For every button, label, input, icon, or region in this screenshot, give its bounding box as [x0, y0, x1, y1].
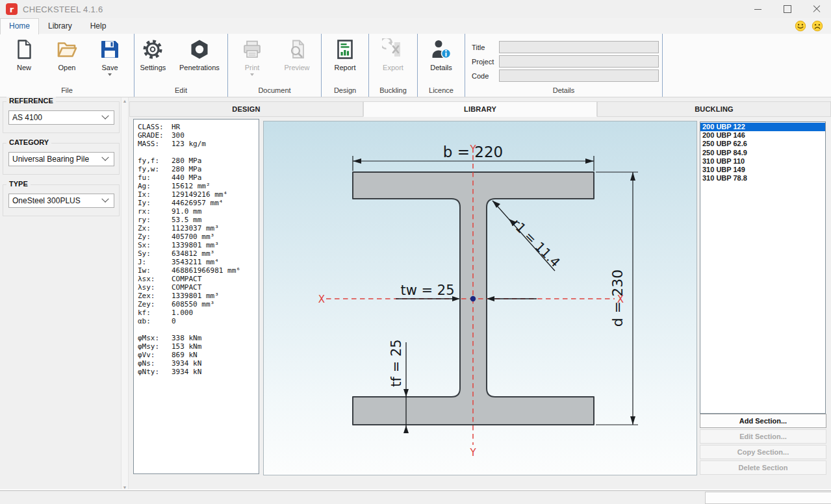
properties-panel: CLASS:HRGRADE:300MASS:123 kg/m fy,f:280 … — [133, 119, 259, 474]
open-button[interactable]: Open — [48, 38, 86, 71]
property-line: fy,w:280 MPa — [138, 165, 259, 173]
tab-design[interactable]: DESIGN — [129, 101, 363, 117]
ribbon-group-label: File — [0, 86, 134, 97]
close-icon — [813, 5, 821, 13]
type-combobox[interactable]: OneSteel 300PLUS — [8, 194, 114, 208]
print-button[interactable]: Print — [231, 38, 273, 76]
project-field[interactable] — [499, 55, 659, 68]
details-button[interactable]: Details — [420, 38, 462, 71]
penetrations-button[interactable]: Penetrations — [172, 38, 227, 71]
property-line: λsy:COMPACT — [138, 283, 259, 292]
property-line: Ag:15612 mm² — [138, 182, 259, 190]
export-excel-icon — [382, 38, 404, 60]
print-preview-icon — [286, 38, 308, 60]
section-list-item[interactable]: 250 UBP 62.6 — [700, 140, 825, 148]
ribbon-group-label: Document — [228, 86, 321, 97]
save-button[interactable]: Save — [91, 38, 129, 76]
project-field-label: Project — [472, 58, 499, 66]
save-dropdown-caret-icon[interactable] — [108, 73, 112, 76]
code-field[interactable] — [499, 69, 659, 82]
reference-groupbox: REFERENCE AS 4100 — [3, 101, 120, 133]
sidebar-scrollbar[interactable]: ▲ ▼ — [121, 97, 129, 491]
settings-gear-icon — [142, 38, 164, 60]
window-title: CHECKSTEEL 4.1.6 — [23, 5, 103, 14]
reference-combobox[interactable]: AS 4100 — [8, 110, 114, 125]
section-list-item[interactable]: 250 UBP 84.9 — [700, 149, 825, 157]
property-line: J:3543211 mm⁴ — [138, 258, 259, 266]
new-button[interactable]: New — [5, 38, 43, 71]
tw-dimension-label: tw = 25 — [400, 283, 454, 298]
app-window: r CHECKSTEEL 4.1.6 Home Library Help — [0, 0, 831, 504]
reference-value: AS 4100 — [9, 113, 103, 122]
section-diagram-panel: b = 220 d = 230 X X Y Y — [263, 121, 697, 475]
tab-library[interactable]: LIBRARY — [363, 101, 597, 117]
section-list-item[interactable]: 200 UBP 146 — [700, 131, 825, 140]
section-diagram: b = 220 d = 230 X X Y Y — [264, 121, 697, 475]
property-line: Zx:1123037 mm³ — [138, 224, 259, 233]
open-folder-icon — [56, 38, 78, 60]
section-list-item[interactable]: 310 UBP 78.8 — [700, 174, 825, 183]
property-line: φNty:3934 kN — [138, 368, 259, 376]
report-chart-icon — [334, 38, 356, 60]
chevron-down-icon — [101, 154, 109, 161]
menu-tab-help[interactable]: Help — [81, 18, 116, 34]
maximize-icon — [784, 5, 791, 13]
menu-bar: Home Library Help — [0, 18, 831, 34]
category-value: Universal Bearing Pile — [9, 155, 103, 164]
ribbon: New Open Save File — [0, 34, 831, 97]
scroll-down-icon[interactable]: ▼ — [122, 485, 127, 490]
property-line: MASS:123 kg/m — [138, 140, 259, 148]
section-action-button[interactable]: Add Section... — [700, 414, 826, 428]
preview-button[interactable]: Preview — [276, 38, 318, 71]
property-line: GRADE:300 — [138, 131, 259, 140]
ribbon-spacer — [663, 34, 831, 97]
settings-button[interactable]: Settings — [134, 38, 172, 71]
ribbon-group-label: Buckling — [369, 86, 417, 97]
x-axis-label-left: X — [318, 294, 325, 305]
category-combobox[interactable]: Universal Bearing Pile — [8, 152, 114, 166]
property-line: Zy:405700 mm³ — [138, 233, 259, 241]
section-action-button[interactable]: Edit Section... — [700, 429, 826, 444]
tab-buckling[interactable]: BUCKLING — [597, 101, 831, 117]
section-list-item[interactable]: 200 UBP 122 — [700, 123, 825, 131]
code-field-label: Code — [472, 72, 499, 80]
section-action-button[interactable]: Copy Section... — [700, 445, 826, 459]
scroll-up-icon[interactable]: ▲ — [122, 99, 127, 103]
view-tabs: DESIGN LIBRARY BUCKLING — [129, 101, 831, 117]
type-value: OneSteel 300PLUS — [9, 196, 103, 205]
section-action-button[interactable]: Delete Section — [700, 460, 826, 475]
new-document-icon — [13, 38, 35, 60]
ribbon-group-details: Title Project Code Details — [465, 34, 663, 97]
maximize-button[interactable] — [773, 0, 802, 18]
report-button[interactable]: Report — [324, 38, 366, 71]
property-line: αb:0 — [138, 317, 259, 325]
property-line: φMsx:338 kNm — [138, 334, 259, 342]
section-list: 200 UBP 122200 UBP 146250 UBP 62.6250 UB… — [700, 121, 826, 414]
property-line: φNs:3934 kN — [138, 359, 259, 368]
minimize-button[interactable] — [743, 0, 773, 18]
happy-feedback-icon[interactable] — [795, 20, 806, 32]
sad-feedback-icon[interactable] — [812, 20, 823, 32]
save-floppy-icon — [99, 38, 121, 60]
printer-icon — [241, 38, 263, 60]
title-field-label: Title — [472, 44, 499, 51]
section-list-item[interactable]: 310 UBP 110 — [700, 157, 825, 166]
property-line: rx:91.0 mm — [138, 207, 259, 216]
y-axis-label-bottom: Y — [469, 447, 476, 459]
ribbon-group-design: Report Design — [322, 34, 369, 97]
penetrations-nut-icon — [188, 38, 211, 60]
ribbon-group-label: Design — [322, 86, 368, 97]
ribbon-group-label: Details — [465, 86, 662, 97]
close-button[interactable] — [802, 0, 831, 18]
property-line — [138, 148, 259, 157]
type-label: TYPE — [6, 180, 31, 188]
section-list-item[interactable]: 310 UBP 149 — [700, 166, 825, 174]
menu-tab-home[interactable]: Home — [0, 18, 39, 34]
licence-details-icon — [430, 38, 452, 60]
title-field[interactable] — [499, 41, 659, 53]
centroid-point — [470, 296, 476, 301]
export-button[interactable]: Export — [372, 38, 414, 71]
menu-tab-library[interactable]: Library — [39, 18, 81, 34]
title-bar: r CHECKSTEEL 4.1.6 — [0, 0, 831, 18]
ribbon-group-label: Licence — [418, 86, 465, 97]
